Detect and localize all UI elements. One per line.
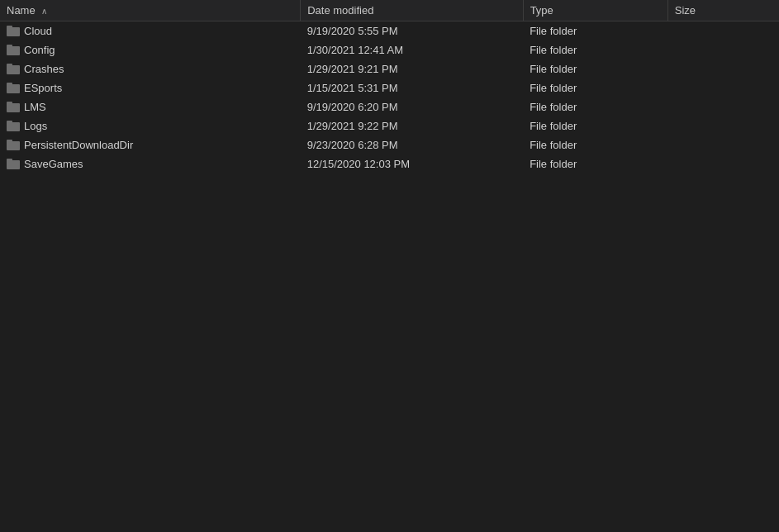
col-name-label: Name [7, 4, 36, 17]
table-row[interactable]: ESports 1/15/2021 5:31 PMFile folder [0, 78, 779, 97]
cell-type: File folder [523, 116, 667, 135]
folder-icon [7, 45, 20, 55]
cell-size [667, 21, 779, 41]
file-name: ESports [24, 82, 62, 94]
col-date-label: Date modified [307, 4, 373, 17]
cell-type: File folder [523, 59, 667, 78]
folder-icon [7, 64, 20, 74]
col-header-name[interactable]: Name ∧ [0, 0, 301, 21]
cell-name: Crashes [0, 59, 301, 78]
file-name: PersistentDownloadDir [24, 139, 133, 151]
cell-name: ESports [0, 78, 301, 97]
cell-date: 1/29/2021 9:21 PM [301, 59, 523, 78]
cell-date: 1/15/2021 5:31 PM [301, 78, 523, 97]
cell-name: PersistentDownloadDir [0, 135, 301, 154]
cell-date: 9/23/2020 6:28 PM [301, 135, 523, 154]
folder-icon [7, 102, 20, 112]
cell-date: 12/15/2020 12:03 PM [301, 154, 523, 173]
file-list: Name ∧ Date modified Type Size [0, 0, 779, 532]
cell-size [667, 78, 779, 97]
file-name: SaveGames [24, 158, 83, 170]
cell-type: File folder [523, 135, 667, 154]
cell-date: 9/19/2020 6:20 PM [301, 97, 523, 116]
table-row[interactable]: Cloud 9/19/2020 5:55 PMFile folder [0, 21, 779, 41]
file-name: Crashes [24, 63, 64, 75]
cell-size [667, 154, 779, 173]
col-type-label: Type [530, 4, 553, 17]
table-row[interactable]: SaveGames 12/15/2020 12:03 PMFile folder [0, 154, 779, 173]
folder-icon [7, 159, 20, 169]
cell-size [667, 116, 779, 135]
file-name: Logs [24, 120, 47, 132]
table-row[interactable]: Config 1/30/2021 12:41 AMFile folder [0, 40, 779, 59]
cell-name: LMS [0, 97, 301, 116]
cell-name: SaveGames [0, 154, 301, 173]
table-row[interactable]: PersistentDownloadDir 9/23/2020 6:28 PMF… [0, 135, 779, 154]
cell-size [667, 97, 779, 116]
cell-name: Cloud [0, 21, 301, 41]
cell-size [667, 40, 779, 59]
table-row[interactable]: LMS 9/19/2020 6:20 PMFile folder [0, 97, 779, 116]
col-header-type[interactable]: Type [523, 0, 667, 21]
cell-type: File folder [523, 40, 667, 59]
file-name: Cloud [24, 25, 52, 37]
cell-type: File folder [523, 21, 667, 41]
cell-name: Logs [0, 116, 301, 135]
folder-icon [7, 140, 20, 150]
sort-arrow-name: ∧ [41, 7, 47, 16]
column-headers: Name ∧ Date modified Type Size [0, 0, 779, 21]
cell-date: 9/19/2020 5:55 PM [301, 21, 523, 41]
cell-size [667, 135, 779, 154]
col-size-label: Size [675, 4, 696, 17]
cell-date: 1/30/2021 12:41 AM [301, 40, 523, 59]
cell-name: Config [0, 40, 301, 59]
cell-type: File folder [523, 97, 667, 116]
folder-icon [7, 83, 20, 93]
folder-icon [7, 121, 20, 131]
cell-date: 1/29/2021 9:22 PM [301, 116, 523, 135]
file-name: LMS [24, 101, 46, 113]
file-explorer: Name ∧ Date modified Type Size [0, 0, 779, 532]
cell-size [667, 59, 779, 78]
col-header-date[interactable]: Date modified [301, 0, 523, 21]
file-name: Config [24, 44, 55, 56]
file-table: Name ∧ Date modified Type Size [0, 0, 779, 173]
cell-type: File folder [523, 154, 667, 173]
folder-icon [7, 26, 20, 36]
cell-type: File folder [523, 78, 667, 97]
col-header-size[interactable]: Size [667, 0, 779, 21]
table-row[interactable]: Logs 1/29/2021 9:22 PMFile folder [0, 116, 779, 135]
table-row[interactable]: Crashes 1/29/2021 9:21 PMFile folder [0, 59, 779, 78]
